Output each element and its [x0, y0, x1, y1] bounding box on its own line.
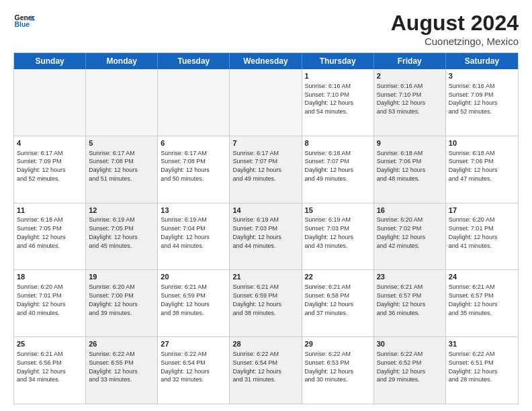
calendar-cell: 15Sunrise: 6:19 AM Sunset: 7:03 PM Dayli… — [302, 203, 374, 270]
main-title: August 2024 — [391, 11, 519, 36]
day-number: 11 — [17, 205, 83, 216]
calendar-cell: 4Sunrise: 6:17 AM Sunset: 7:09 PM Daylig… — [14, 136, 86, 203]
day-number: 30 — [377, 339, 443, 349]
cell-info: Sunrise: 6:22 AM Sunset: 6:55 PM Dayligh… — [89, 351, 138, 383]
cell-info: Sunrise: 6:22 AM Sunset: 6:54 PM Dayligh… — [161, 351, 210, 383]
calendar-header: SundayMondayTuesdayWednesdayThursdayFrid… — [14, 53, 518, 69]
calendar-cell: 23Sunrise: 6:21 AM Sunset: 6:57 PM Dayli… — [374, 270, 446, 336]
calendar-cell — [230, 69, 302, 136]
cell-info: Sunrise: 6:21 AM Sunset: 6:57 PM Dayligh… — [377, 283, 426, 316]
day-number: 3 — [449, 71, 515, 81]
day-number: 19 — [89, 272, 154, 282]
day-number: 9 — [377, 138, 443, 148]
day-number: 24 — [449, 272, 515, 282]
logo: General Blue — [13, 11, 35, 32]
cell-info: Sunrise: 6:22 AM Sunset: 6:54 PM Dayligh… — [232, 351, 281, 383]
calendar-cell — [158, 69, 230, 136]
cell-info: Sunrise: 6:19 AM Sunset: 7:03 PM Dayligh… — [305, 216, 354, 248]
calendar-cell: 27Sunrise: 6:22 AM Sunset: 6:54 PM Dayli… — [158, 337, 230, 404]
svg-text:Blue: Blue — [15, 21, 30, 28]
cell-info: Sunrise: 6:22 AM Sunset: 6:53 PM Dayligh… — [305, 351, 354, 383]
title-block: August 2024 Cuonetzingo, Mexico — [391, 11, 519, 47]
day-number: 1 — [305, 71, 371, 81]
cell-info: Sunrise: 6:18 AM Sunset: 7:06 PM Dayligh… — [449, 150, 498, 182]
cell-info: Sunrise: 6:17 AM Sunset: 7:09 PM Dayligh… — [17, 150, 66, 182]
calendar-row: 18Sunrise: 6:20 AM Sunset: 7:01 PM Dayli… — [14, 269, 518, 336]
cell-info: Sunrise: 6:17 AM Sunset: 7:07 PM Dayligh… — [232, 150, 281, 182]
day-number: 27 — [161, 339, 226, 349]
weekday-header: Wednesday — [230, 53, 302, 69]
cell-info: Sunrise: 6:17 AM Sunset: 7:08 PM Dayligh… — [161, 150, 210, 182]
cell-info: Sunrise: 6:16 AM Sunset: 7:09 PM Dayligh… — [449, 83, 498, 115]
calendar-cell: 26Sunrise: 6:22 AM Sunset: 6:55 PM Dayli… — [86, 337, 158, 404]
day-number: 15 — [305, 205, 371, 216]
cell-info: Sunrise: 6:18 AM Sunset: 7:06 PM Dayligh… — [377, 150, 426, 182]
calendar-cell: 2Sunrise: 6:16 AM Sunset: 7:10 PM Daylig… — [374, 69, 446, 136]
cell-info: Sunrise: 6:16 AM Sunset: 7:10 PM Dayligh… — [305, 83, 354, 115]
weekday-header: Tuesday — [158, 53, 230, 69]
day-number: 7 — [232, 138, 298, 148]
cell-info: Sunrise: 6:18 AM Sunset: 7:05 PM Dayligh… — [17, 216, 66, 248]
day-number: 2 — [377, 71, 443, 81]
cell-info: Sunrise: 6:19 AM Sunset: 7:03 PM Dayligh… — [232, 216, 281, 248]
day-number: 26 — [89, 339, 154, 349]
weekday-header: Saturday — [446, 53, 518, 69]
day-number: 20 — [161, 272, 226, 282]
cell-info: Sunrise: 6:20 AM Sunset: 7:00 PM Dayligh… — [89, 283, 138, 316]
day-number: 21 — [232, 272, 298, 282]
page: General Blue August 2024 Cuonetzingo, Me… — [0, 0, 532, 411]
logo-icon: General Blue — [13, 11, 35, 32]
day-number: 16 — [377, 205, 443, 216]
cell-info: Sunrise: 6:22 AM Sunset: 6:52 PM Dayligh… — [377, 351, 426, 383]
header: General Blue August 2024 Cuonetzingo, Me… — [13, 11, 519, 47]
calendar-cell: 1Sunrise: 6:16 AM Sunset: 7:10 PM Daylig… — [302, 69, 374, 136]
calendar-cell: 24Sunrise: 6:21 AM Sunset: 6:57 PM Dayli… — [446, 270, 518, 336]
day-number: 17 — [449, 205, 515, 216]
day-number: 23 — [377, 272, 443, 282]
calendar-cell: 6Sunrise: 6:17 AM Sunset: 7:08 PM Daylig… — [158, 136, 230, 203]
calendar-row: 25Sunrise: 6:21 AM Sunset: 6:56 PM Dayli… — [14, 336, 518, 404]
day-number: 6 — [161, 138, 226, 148]
calendar-cell: 20Sunrise: 6:21 AM Sunset: 6:59 PM Dayli… — [158, 270, 230, 336]
calendar-cell: 10Sunrise: 6:18 AM Sunset: 7:06 PM Dayli… — [446, 136, 518, 203]
cell-info: Sunrise: 6:17 AM Sunset: 7:08 PM Dayligh… — [89, 150, 138, 182]
cell-info: Sunrise: 6:20 AM Sunset: 7:02 PM Dayligh… — [377, 216, 426, 248]
cell-info: Sunrise: 6:21 AM Sunset: 6:58 PM Dayligh… — [305, 283, 354, 316]
calendar-cell: 5Sunrise: 6:17 AM Sunset: 7:08 PM Daylig… — [86, 136, 158, 203]
calendar-cell: 7Sunrise: 6:17 AM Sunset: 7:07 PM Daylig… — [230, 136, 302, 203]
calendar-cell: 31Sunrise: 6:22 AM Sunset: 6:51 PM Dayli… — [446, 337, 518, 404]
calendar-cell: 16Sunrise: 6:20 AM Sunset: 7:02 PM Dayli… — [374, 203, 446, 270]
cell-info: Sunrise: 6:21 AM Sunset: 6:59 PM Dayligh… — [232, 283, 281, 316]
cell-info: Sunrise: 6:19 AM Sunset: 7:05 PM Dayligh… — [89, 216, 138, 248]
day-number: 8 — [305, 138, 371, 148]
day-number: 14 — [232, 205, 298, 216]
day-number: 10 — [449, 138, 515, 148]
calendar-cell: 12Sunrise: 6:19 AM Sunset: 7:05 PM Dayli… — [86, 203, 158, 270]
cell-info: Sunrise: 6:19 AM Sunset: 7:04 PM Dayligh… — [161, 216, 210, 248]
calendar-cell: 30Sunrise: 6:22 AM Sunset: 6:52 PM Dayli… — [374, 337, 446, 404]
calendar-row: 1Sunrise: 6:16 AM Sunset: 7:10 PM Daylig… — [14, 69, 518, 136]
day-number: 22 — [305, 272, 371, 282]
cell-info: Sunrise: 6:21 AM Sunset: 6:59 PM Dayligh… — [161, 283, 210, 316]
day-number: 29 — [305, 339, 371, 349]
weekday-header: Monday — [86, 53, 158, 69]
cell-info: Sunrise: 6:22 AM Sunset: 6:51 PM Dayligh… — [449, 351, 498, 383]
calendar-cell: 8Sunrise: 6:18 AM Sunset: 7:07 PM Daylig… — [302, 136, 374, 203]
day-number: 5 — [89, 138, 154, 148]
day-number: 25 — [17, 339, 83, 349]
calendar-cell: 28Sunrise: 6:22 AM Sunset: 6:54 PM Dayli… — [230, 337, 302, 404]
calendar-cell: 29Sunrise: 6:22 AM Sunset: 6:53 PM Dayli… — [302, 337, 374, 404]
day-number: 28 — [232, 339, 298, 349]
cell-info: Sunrise: 6:16 AM Sunset: 7:10 PM Dayligh… — [377, 83, 426, 115]
day-number: 12 — [89, 205, 154, 216]
calendar-cell: 21Sunrise: 6:21 AM Sunset: 6:59 PM Dayli… — [230, 270, 302, 336]
cell-info: Sunrise: 6:20 AM Sunset: 7:01 PM Dayligh… — [449, 216, 498, 248]
weekday-header: Thursday — [302, 53, 374, 69]
calendar: SundayMondayTuesdayWednesdayThursdayFrid… — [13, 52, 519, 404]
day-number: 18 — [17, 272, 83, 282]
cell-info: Sunrise: 6:18 AM Sunset: 7:07 PM Dayligh… — [305, 150, 354, 182]
calendar-cell: 19Sunrise: 6:20 AM Sunset: 7:00 PM Dayli… — [86, 270, 158, 336]
calendar-cell: 9Sunrise: 6:18 AM Sunset: 7:06 PM Daylig… — [374, 136, 446, 203]
cell-info: Sunrise: 6:20 AM Sunset: 7:01 PM Dayligh… — [17, 283, 66, 316]
day-number: 13 — [161, 205, 226, 216]
